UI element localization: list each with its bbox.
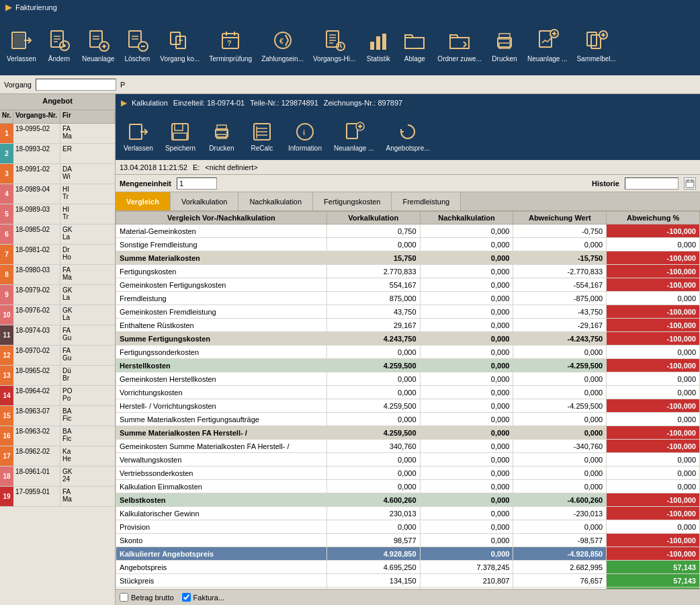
list-item[interactable]: 8 18-0980-03 FAMa — [0, 265, 115, 285]
sub-drucken-button[interactable]: Drucken — [202, 114, 241, 159]
cell-nach: 0,000 — [420, 507, 513, 520]
left-panel: Angebot Nr. Vorgangs-Nr. Fir 1 19-0995-0… — [0, 94, 116, 605]
table-row: Stückpreis 134,150 210,807 76,657 57,143 — [116, 574, 700, 588]
cell-abww: 0,000 — [513, 453, 607, 467]
table-row: Enthaltene Rüstkosten 29,167 0,000 -29,1… — [116, 319, 700, 332]
tab-vorkalkulation[interactable]: Vorkalkulation — [171, 192, 239, 210]
tab-fremdleistung[interactable]: Fremdleistung — [392, 192, 461, 210]
cell-abwp: -100,000 — [607, 278, 700, 292]
sub-verlassen-button[interactable]: Verlassen — [118, 114, 159, 159]
list-item[interactable]: 18 18-0961-01 GK24 — [0, 467, 115, 487]
cell-nach: 0,000 — [420, 265, 513, 278]
cell-nach: 0,000 — [420, 426, 513, 440]
list-item[interactable]: 10 18-0976-02 GKLa — [0, 305, 115, 325]
cell-abww: 0,000 — [513, 238, 607, 251]
list-item[interactable]: 9 18-0979-02 GKLa — [0, 285, 115, 305]
betrag-brutto-checkbox[interactable] — [120, 593, 128, 602]
cell-nach: 0,000 — [420, 225, 513, 238]
col-header-abww: Abweichung Wert — [513, 212, 607, 225]
cell-vork: 0,000 — [326, 467, 420, 480]
loeschen-button[interactable]: Löschen — [120, 19, 155, 73]
list-item[interactable]: 19 17-0959-01 FAMa — [0, 487, 115, 507]
sub-neuanlage-button[interactable]: Neuanlage ... — [329, 114, 380, 159]
list-item[interactable]: 2 18-0993-02 ER — [0, 144, 115, 164]
verlassen-button[interactable]: Verlassen — [3, 19, 40, 73]
faktura-label: Faktura... — [193, 594, 224, 602]
cell-abww: 0,000 — [513, 346, 607, 359]
calendar-icon[interactable] — [684, 177, 696, 190]
cell-abww: 0,000 — [513, 413, 607, 426]
cell-vork: 43,750 — [326, 305, 420, 319]
list-item[interactable]: 16 18-0963-02 BAFic — [0, 426, 115, 446]
title-text: Fakturierung — [15, 3, 57, 11]
cell-vork: 875,000 — [326, 292, 420, 305]
historie-input[interactable] — [625, 177, 679, 190]
list-item[interactable]: 4 18-0989-04 HITr — [0, 184, 115, 204]
ablage-button[interactable]: Ablage — [397, 19, 432, 73]
cell-label: Gemeinkosten Herstellkosten — [116, 372, 327, 386]
cell-nach: 0,000 — [420, 386, 513, 399]
menge-bar: Mengeneinheit Historie — [116, 175, 700, 192]
cell-vork: 0,000 — [326, 413, 420, 426]
cell-abwp: -100,000 — [607, 534, 700, 547]
list-item[interactable]: 6 18-0985-02 GKLa — [0, 225, 115, 245]
list-item[interactable]: 7 18-0981-02 DrHo — [0, 245, 115, 265]
cell-vork: 98,577 — [326, 534, 420, 547]
drucken-button[interactable]: Drucken — [487, 19, 522, 73]
list-item[interactable]: 1 19-0995-02 FAMa — [0, 124, 115, 144]
svg-rect-38 — [376, 36, 380, 50]
list-item[interactable]: 17 18-0962-02 KaHe — [0, 446, 115, 467]
cell-abww: -554,167 — [513, 278, 607, 292]
list-item[interactable]: 12 18-0970-02 FAGu — [0, 346, 115, 366]
kalk-teile-nr: Teile-Nr.: 129874891 — [250, 99, 318, 107]
statistik-button[interactable]: Statistik — [361, 19, 396, 73]
cell-vork: 4.695,250 — [326, 561, 420, 574]
ordner-button[interactable]: Ordner zuwe... — [433, 19, 486, 73]
cell-abww: 0,000 — [513, 386, 607, 399]
sub-speichern-button[interactable]: Speichern — [160, 114, 201, 159]
sammelbel-button[interactable]: Sammelbel... — [572, 19, 619, 73]
bottom-bar: Betrag brutto Faktura... — [116, 589, 700, 605]
vorgang-button[interactable]: Vorgang ko... — [156, 19, 204, 73]
table-row: Kalkulierter Angebotspreis 4.928,850 0,0… — [116, 547, 700, 561]
cell-vork: 230,013 — [326, 507, 420, 520]
cell-abwp: -100,000 — [607, 359, 700, 372]
faktura-checkbox[interactable] — [182, 593, 191, 602]
cell-nach: 0,000 — [420, 332, 513, 346]
menge-input[interactable] — [177, 177, 217, 190]
tab-nachkalkulation[interactable]: Nachkalkulation — [238, 192, 313, 210]
table-row: Summe Materialkosten Fertigungsaufträge … — [116, 413, 700, 426]
tab-row: Vergleich Vorkalkulation Nachkalkulation… — [116, 192, 700, 211]
vorgangs-hi-button[interactable]: Vorgangs-Hi... — [309, 19, 359, 73]
cell-abwp: -100,000 — [607, 251, 700, 265]
faktura-checkbox-label[interactable]: Faktura... — [182, 593, 224, 602]
betrag-brutto-checkbox-label[interactable]: Betrag brutto — [120, 593, 174, 602]
status-e-label: E: — [193, 163, 200, 171]
aendern-button[interactable]: Ändern — [42, 19, 77, 73]
sub-angebotspre-button[interactable]: Angebotspre... — [380, 114, 435, 159]
cell-vork: 4.259,500 — [326, 359, 420, 372]
list-item[interactable]: 11 18-0974-03 FAGu — [0, 325, 115, 346]
tab-fertigungskosten[interactable]: Fertigungskosten — [313, 192, 392, 210]
cell-abww: 0,000 — [513, 467, 607, 480]
list-item[interactable]: 14 18-0964-02 POPo — [0, 386, 115, 406]
list-item[interactable]: 13 18-0965-02 DüBr — [0, 366, 115, 386]
terminpruefung-button[interactable]: ? Terminprüfung — [205, 19, 256, 73]
table-row: Gemeinkosten Summe Materialkosten FA Her… — [116, 440, 700, 453]
cell-abww: -340,760 — [513, 440, 607, 453]
sub-recalc-button[interactable]: ReCalc — [243, 114, 281, 159]
cell-vork: 4.928,850 — [326, 547, 420, 561]
sub-information-button[interactable]: i Information — [283, 114, 327, 159]
list-item[interactable]: 15 18-0963-07 BAFic — [0, 406, 115, 426]
cell-abwp: 0,000 — [607, 346, 700, 359]
kalk-title: Kalkulation — [132, 99, 168, 107]
neuanlage-button[interactable]: Neuanlage — [78, 19, 118, 73]
vorgang-input[interactable] — [36, 79, 116, 91]
list-item[interactable]: 5 18-0989-03 HITr — [0, 204, 115, 225]
neuanlage2-button[interactable]: Neuanlage ... — [523, 19, 572, 73]
tab-vergleich[interactable]: Vergleich — [116, 192, 171, 210]
cell-abww: 76,657 — [513, 574, 607, 588]
list-item[interactable]: 3 18-0991-02 DAWi — [0, 164, 115, 184]
cell-label: Skonto — [116, 534, 327, 547]
zahlung-button[interactable]: € Zahlungsein... — [257, 19, 308, 73]
